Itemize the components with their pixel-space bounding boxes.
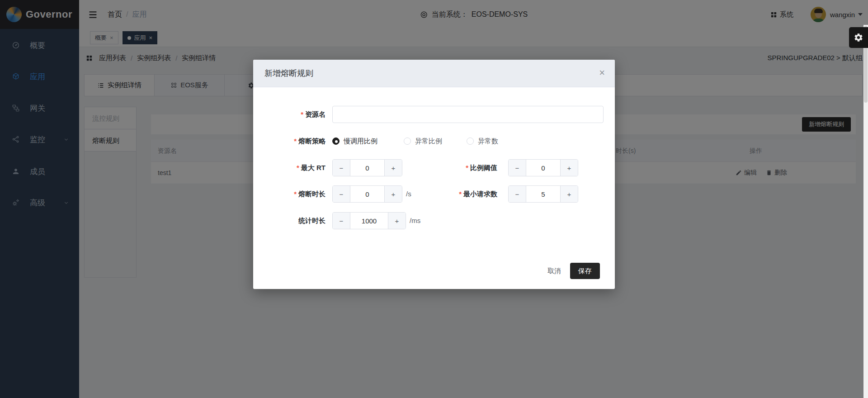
field-label: *熔断策略: [253, 133, 326, 150]
app-screen: Governor 概要 应用 网关 监控: [0, 0, 868, 398]
resource-name-input[interactable]: [332, 106, 604, 123]
radio-error-count[interactable]: 异常数: [467, 133, 498, 150]
decrement-button[interactable]: −: [509, 186, 526, 202]
break-duration-input[interactable]: [350, 186, 384, 202]
unit-suffix: /s: [406, 185, 411, 203]
field-label: *比例阈值: [425, 159, 497, 176]
stat-duration-stepper: − +: [332, 212, 406, 229]
radio-icon: [332, 137, 340, 145]
cancel-button[interactable]: 取消: [546, 264, 563, 278]
increment-button[interactable]: +: [388, 213, 406, 229]
close-icon[interactable]: ×: [599, 67, 605, 79]
max-rt-input[interactable]: [350, 160, 384, 176]
radio-error-ratio[interactable]: 异常比例: [404, 133, 442, 150]
modal-header: 新增熔断规则 ×: [253, 60, 615, 87]
increment-button[interactable]: +: [560, 186, 578, 202]
settings-panel-toggle[interactable]: [849, 27, 868, 48]
ratio-threshold-stepper: − +: [508, 159, 578, 176]
gear-icon: [854, 33, 863, 43]
scrollbar[interactable]: [863, 25, 868, 398]
field-label: *资源名: [253, 106, 326, 123]
required-mark: *: [459, 190, 462, 198]
decrement-button[interactable]: −: [509, 160, 526, 176]
field-label: 统计时长: [253, 212, 326, 229]
form-row-stat-duration: 统计时长 − + /ms: [253, 212, 615, 229]
decrement-button[interactable]: −: [333, 186, 350, 202]
radio-icon: [404, 137, 411, 145]
min-requests-input[interactable]: [526, 186, 560, 202]
save-button[interactable]: 保存: [570, 263, 600, 279]
field-label: *最小请求数: [425, 185, 497, 203]
form-row-duration-minreq: *熔断时长 − + /s *最小请求数 − +: [253, 185, 615, 203]
increment-button[interactable]: +: [560, 160, 578, 176]
field-label: *熔断时长: [253, 185, 326, 203]
required-mark: *: [294, 190, 297, 198]
required-mark: *: [466, 164, 468, 171]
add-circuit-breaker-rule-modal: 新增熔断规则 × *资源名 *熔断策略 慢调用比例 异常比例 异常数: [253, 60, 615, 289]
min-requests-stepper: − +: [508, 185, 578, 203]
break-duration-stepper: − +: [332, 185, 402, 203]
stat-duration-input[interactable]: [350, 213, 388, 229]
form-row-maxrt-ratio: *最大 RT − + *比例阈值 − +: [253, 159, 615, 176]
required-mark: *: [294, 137, 297, 145]
form-row-resource: *资源名: [253, 106, 615, 123]
max-rt-stepper: − +: [332, 159, 402, 176]
modal-footer: 取消 保存: [546, 263, 600, 279]
required-mark: *: [297, 164, 299, 171]
increment-button[interactable]: +: [384, 186, 402, 202]
required-mark: *: [301, 110, 303, 118]
field-label: *最大 RT: [253, 159, 326, 176]
unit-suffix: /ms: [410, 212, 420, 229]
radio-slow-call-ratio[interactable]: 慢调用比例: [332, 133, 377, 150]
modal-title: 新增熔断规则: [264, 60, 313, 87]
decrement-button[interactable]: −: [333, 160, 350, 176]
increment-button[interactable]: +: [384, 160, 402, 176]
ratio-threshold-input[interactable]: [526, 160, 560, 176]
form-row-strategy: *熔断策略 慢调用比例 异常比例 异常数: [253, 133, 615, 150]
radio-icon: [467, 137, 474, 145]
decrement-button[interactable]: −: [333, 213, 350, 229]
